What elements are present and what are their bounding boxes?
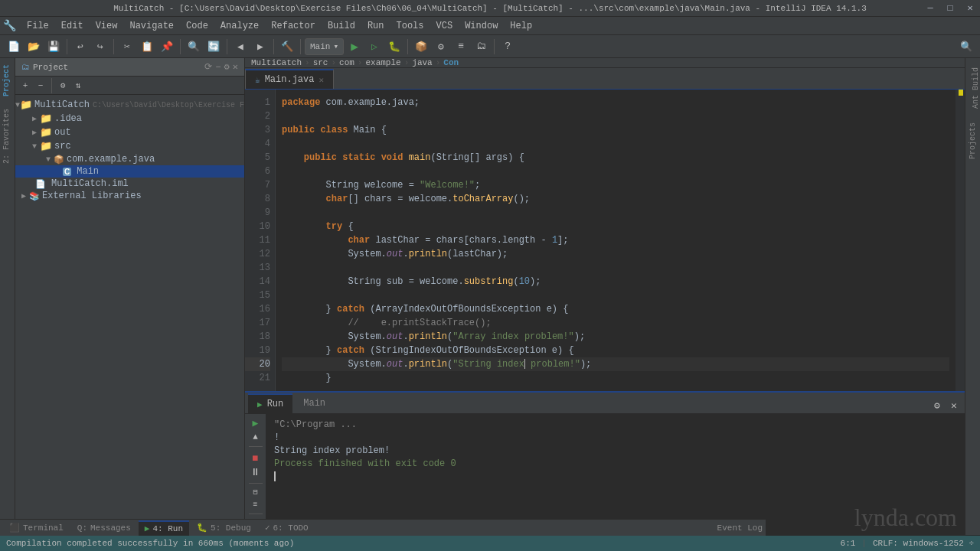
- footer-tab-terminal[interactable]: ⬛ Terminal: [3, 520, 70, 536]
- cut-button[interactable]: ✂: [118, 37, 136, 56]
- paste-button[interactable]: 📌: [158, 37, 176, 56]
- copy-button[interactable]: 📋: [138, 37, 156, 56]
- line-num-14: 14: [245, 275, 270, 289]
- minimize-button[interactable]: ─: [920, 0, 940, 17]
- run-play-button[interactable]: ▶: [247, 417, 264, 429]
- projects-label[interactable]: Projects: [966, 116, 979, 165]
- menu-vcs[interactable]: VCS: [430, 17, 459, 35]
- bc-multicatch[interactable]: MultiCatch: [251, 58, 302, 67]
- redo-button[interactable]: ↪: [91, 37, 109, 56]
- run-stop-button[interactable]: ◼: [247, 452, 264, 464]
- maximize-button[interactable]: □: [940, 0, 960, 17]
- close-button[interactable]: ✕: [960, 0, 980, 17]
- sdk-button[interactable]: 📦: [412, 37, 430, 56]
- close-panel-icon[interactable]: ✕: [233, 61, 238, 73]
- event-log-label[interactable]: Event Log: [717, 523, 763, 533]
- bc-sep2: ›: [331, 58, 336, 67]
- tree-item-ext-libs[interactable]: ▶ 📚 External Libraries: [15, 190, 244, 202]
- line-num-2: 2: [245, 109, 270, 123]
- forward-button[interactable]: ▶: [251, 37, 270, 56]
- run-filter-button[interactable]: ≡: [247, 500, 264, 509]
- structure-button[interactable]: ≡: [452, 37, 470, 56]
- footer-tab-messages[interactable]: Q: Messages: [71, 520, 137, 536]
- save-button[interactable]: 💾: [44, 37, 63, 56]
- footer-tab-todo[interactable]: ✓ 6: TODO: [259, 520, 315, 536]
- menu-code[interactable]: Code: [180, 17, 214, 35]
- search-everywhere-button[interactable]: 🔍: [957, 37, 975, 56]
- help-button[interactable]: ?: [498, 37, 517, 56]
- undo-button[interactable]: ↩: [71, 37, 90, 56]
- replace-button[interactable]: 🔄: [204, 37, 223, 56]
- bc-main[interactable]: Con: [443, 58, 459, 67]
- settings-button[interactable]: ⚙: [432, 37, 450, 56]
- tree-item-package[interactable]: ▼ 📦 com.example.java: [15, 153, 244, 165]
- run-fold-button[interactable]: ⊟: [247, 487, 264, 497]
- debug-button[interactable]: 🐛: [385, 37, 403, 56]
- tab-label: Main.java: [265, 74, 315, 85]
- run-pause-button[interactable]: ⏸: [247, 467, 264, 478]
- project-new-button[interactable]: +: [18, 79, 32, 93]
- back-button[interactable]: ◀: [231, 37, 250, 56]
- new-file-button[interactable]: 📄: [5, 37, 23, 56]
- run-config-dropdown[interactable]: Main ▾: [305, 38, 344, 55]
- sidebar-project-label[interactable]: Project: [0, 58, 15, 103]
- project-delete-button[interactable]: −: [34, 79, 47, 93]
- collapse-icon[interactable]: −: [215, 62, 220, 73]
- bc-src[interactable]: src: [313, 58, 328, 67]
- bottom-panel-settings-icon[interactable]: ⚙: [929, 398, 945, 413]
- menu-help[interactable]: Help: [504, 17, 538, 35]
- bottom-tab-bar: ▶ Run Main ⚙ ✕: [245, 393, 965, 414]
- ant-build-label[interactable]: Ant Build: [969, 61, 980, 115]
- project-settings-icon[interactable]: ⚙: [56, 79, 70, 93]
- code-editor[interactable]: 1 2 3 4 5 6 7 8 9 10 11 12 13 14 15 16 1: [245, 90, 965, 391]
- tab-main-java[interactable]: ☕ Main.java ✕: [245, 69, 334, 89]
- tree-item-src[interactable]: ▼ 📁 src: [15, 139, 244, 153]
- menu-refactor[interactable]: Refactor: [265, 17, 322, 35]
- coverage-button[interactable]: ▷: [365, 37, 384, 56]
- footer-tabs: ⬛ Terminal Q: Messages ▶ 4: Run 🐛 5: Deb…: [0, 519, 766, 536]
- tree-label-out: out: [54, 127, 71, 138]
- code-content[interactable]: package com.example.java; public class M…: [276, 90, 956, 391]
- package-icon: 📦: [54, 155, 64, 165]
- sidebar-favorites-label[interactable]: 2: Favorites: [0, 103, 15, 170]
- menu-view[interactable]: View: [90, 17, 124, 35]
- project-sort-icon[interactable]: ⇅: [71, 79, 85, 93]
- menu-analyze[interactable]: Analyze: [214, 17, 265, 35]
- bc-java[interactable]: java: [412, 58, 432, 67]
- tree-arrow-out: ▶: [29, 128, 40, 137]
- sync-icon[interactable]: ⟳: [204, 61, 212, 73]
- run-tab-label: Run: [267, 399, 284, 409]
- bc-example[interactable]: example: [365, 58, 400, 67]
- run-up-button[interactable]: ▲: [247, 432, 264, 442]
- bottom-tab-run[interactable]: ▶ Run: [248, 393, 292, 413]
- menu-edit[interactable]: Edit: [55, 17, 90, 35]
- tree-item-main-class[interactable]: C Main: [15, 165, 244, 178]
- settings-gear-icon[interactable]: ⚙: [224, 61, 230, 73]
- bottom-tab-main[interactable]: Main: [294, 393, 335, 413]
- tab-close-icon[interactable]: ✕: [318, 75, 324, 85]
- tree-item-multicatch[interactable]: ▼ 📁 MultiCatch C:\Users\David\Desktop\Ex…: [15, 98, 244, 112]
- footer-tab-debug[interactable]: 🐛 5: Debug: [191, 520, 257, 536]
- bottom-panel-close-icon[interactable]: ✕: [946, 398, 962, 413]
- menu-tools[interactable]: Tools: [390, 17, 430, 35]
- menu-build[interactable]: Build: [322, 17, 361, 35]
- menu-navigate[interactable]: Navigate: [123, 17, 180, 35]
- find-button[interactable]: 🔍: [185, 37, 203, 56]
- menu-window[interactable]: Window: [459, 17, 504, 35]
- tree-item-iml[interactable]: 📄 MultiCatch.iml: [15, 178, 244, 190]
- bc-com[interactable]: com: [339, 58, 354, 67]
- build-button[interactable]: 🔨: [278, 37, 296, 56]
- run-footer-icon: ▶: [145, 523, 150, 533]
- footer-tab-run[interactable]: ▶ 4: Run: [139, 520, 189, 536]
- tree-item-out[interactable]: ▶ 📁 out: [15, 126, 244, 139]
- line-num-17: 17: [245, 316, 270, 330]
- sdk2-button[interactable]: 🗂: [472, 37, 490, 56]
- toolbar-sep7: [407, 39, 408, 54]
- tree-item-idea[interactable]: ▶ 📁 .idea: [15, 112, 244, 126]
- open-button[interactable]: 📂: [24, 37, 43, 56]
- menu-file[interactable]: File: [21, 17, 55, 35]
- tree-arrow-idea: ▶: [29, 114, 40, 123]
- run-button[interactable]: ▶: [345, 37, 364, 56]
- code-line-1: package com.example.java;: [282, 96, 949, 109]
- menu-run[interactable]: Run: [361, 17, 390, 35]
